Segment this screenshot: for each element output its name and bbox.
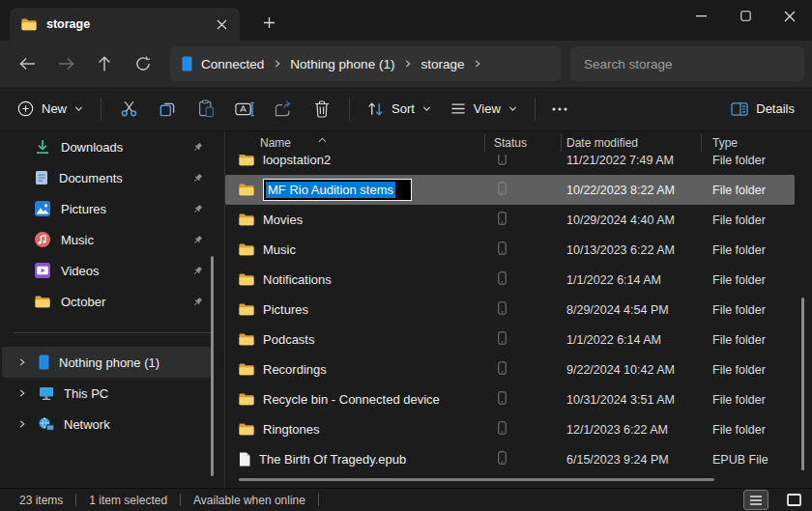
toolbar-divider bbox=[101, 98, 102, 121]
monitor-icon bbox=[39, 386, 54, 401]
minimize-icon[interactable] bbox=[679, 0, 723, 32]
item-count: 23 items bbox=[19, 494, 63, 507]
chevron-right-icon[interactable] bbox=[14, 357, 29, 367]
breadcrumb-storage[interactable]: storage bbox=[420, 57, 464, 71]
sidebar-item-october[interactable]: October bbox=[2, 286, 211, 317]
sidebar-item-nothing-phone[interactable]: Nothing phone (1) bbox=[2, 347, 211, 378]
large-icons-view-icon bbox=[787, 494, 801, 506]
folder-icon bbox=[239, 184, 254, 196]
on-device-status-icon bbox=[498, 391, 507, 405]
column-header-type[interactable]: Type bbox=[702, 134, 795, 152]
search-input[interactable]: Search storage bbox=[570, 46, 804, 81]
on-device-status-icon bbox=[498, 301, 507, 315]
new-button[interactable]: New bbox=[8, 92, 93, 127]
paste-icon bbox=[198, 99, 215, 118]
tab-storage[interactable]: storage bbox=[10, 8, 240, 41]
sort-button[interactable]: Sort bbox=[358, 92, 441, 127]
sidebar-item-label: Downloads bbox=[61, 140, 182, 155]
view-button[interactable]: View bbox=[441, 92, 527, 127]
icons-view-toggle[interactable] bbox=[781, 490, 806, 510]
file-row-selected[interactable]: MF Rio Audition stems 10/22/2023 8:22 AM… bbox=[225, 175, 795, 205]
rename-button[interactable] bbox=[225, 92, 264, 127]
breadcrumb-device[interactable]: Nothing phone (1) bbox=[290, 57, 394, 71]
file-row[interactable]: The Birth Of Tragedy.epub 6/15/2023 9:24… bbox=[225, 444, 795, 474]
folder-icon bbox=[239, 333, 254, 346]
horizontal-scrollbar[interactable] bbox=[239, 478, 714, 481]
file-row[interactable]: Music 10/13/2023 6:22 AM File folder bbox=[225, 235, 795, 265]
file-row[interactable]: Pictures 8/29/2024 4:54 PM File folder bbox=[225, 295, 795, 325]
file-type: File folder bbox=[702, 393, 795, 407]
file-row[interactable]: Podcasts 1/1/2022 6:14 AM File folder bbox=[225, 325, 795, 355]
sidebar-item-downloads[interactable]: Downloads bbox=[2, 131, 211, 162]
share-icon bbox=[275, 100, 293, 117]
file-row[interactable]: Ringtones 12/1/2023 6:22 AM File folder bbox=[225, 414, 795, 444]
sidebar-item-music[interactable]: Music bbox=[2, 224, 211, 255]
file-name: loopstation2 bbox=[263, 155, 331, 167]
file-date: 12/1/2023 6:22 AM bbox=[562, 423, 702, 437]
pin-icon bbox=[192, 204, 203, 214]
column-headers: Name Status Date modified Type bbox=[225, 131, 795, 155]
toolbar-divider bbox=[535, 98, 536, 121]
command-bar: New Sort View bbox=[0, 87, 812, 131]
breadcrumb-connected[interactable]: Connected bbox=[201, 57, 264, 71]
folder-icon bbox=[239, 273, 254, 286]
column-header-status[interactable]: Status bbox=[485, 134, 562, 152]
file-row[interactable]: Recordings 9/22/2024 10:42 AM File folde… bbox=[225, 355, 795, 384]
chevron-right-icon[interactable] bbox=[273, 59, 281, 69]
file-name: Movies bbox=[263, 213, 303, 227]
on-device-status-icon bbox=[498, 212, 507, 225]
file-row[interactable]: loopstation2 11/21/2022 7:49 AM File fol… bbox=[225, 155, 795, 175]
file-row[interactable]: Movies 10/29/2024 4:40 AM File folder bbox=[225, 205, 795, 235]
share-button[interactable] bbox=[264, 92, 303, 127]
search-placeholder: Search storage bbox=[584, 57, 673, 71]
refresh-icon[interactable] bbox=[124, 46, 162, 81]
forward-icon[interactable] bbox=[46, 46, 85, 81]
file-name: Pictures bbox=[263, 302, 308, 317]
rename-input[interactable]: MF Rio Audition stems bbox=[263, 179, 412, 201]
sidebar-scrollbar[interactable] bbox=[211, 256, 214, 476]
file-type: File folder bbox=[702, 213, 795, 227]
maximize-icon[interactable] bbox=[723, 0, 768, 32]
tab-bar: storage bbox=[0, 0, 812, 41]
chevron-down-icon bbox=[508, 104, 517, 113]
new-tab-button[interactable] bbox=[255, 9, 282, 36]
file-type: File folder bbox=[702, 333, 795, 347]
chevron-right-icon[interactable] bbox=[473, 59, 481, 69]
more-options-button[interactable] bbox=[543, 92, 576, 127]
file-name: Recordings bbox=[263, 362, 327, 377]
cut-button[interactable] bbox=[109, 92, 148, 127]
sidebar-item-label: Network bbox=[64, 417, 110, 432]
file-row[interactable]: Recycle bin - Connected device 10/31/202… bbox=[225, 384, 795, 414]
file-row[interactable]: Notifications 1/1/2022 6:14 AM File fold… bbox=[225, 265, 795, 295]
copy-button[interactable] bbox=[148, 92, 187, 127]
sidebar-item-videos[interactable]: Videos bbox=[2, 255, 211, 286]
up-icon[interactable] bbox=[85, 46, 124, 81]
file-explorer-window: storage bbox=[0, 0, 812, 511]
sort-ascending-icon bbox=[318, 131, 327, 148]
file-date: 10/29/2024 4:40 AM bbox=[562, 213, 702, 227]
paste-button[interactable] bbox=[187, 92, 225, 127]
sidebar-item-network[interactable]: Network bbox=[2, 409, 211, 440]
rename-icon bbox=[235, 100, 255, 118]
sidebar-item-label: This PC bbox=[64, 386, 108, 401]
sidebar-item-label: Videos bbox=[61, 264, 182, 278]
details-button[interactable]: Details bbox=[721, 92, 804, 127]
close-icon[interactable] bbox=[768, 0, 812, 32]
sidebar-item-documents[interactable]: Documents bbox=[2, 162, 211, 193]
sidebar-separator bbox=[14, 332, 211, 333]
file-list: Name Status Date modified Type loopstati… bbox=[225, 131, 812, 488]
tab-close-icon[interactable] bbox=[211, 14, 232, 35]
chevron-right-icon[interactable] bbox=[14, 388, 29, 398]
back-icon[interactable] bbox=[8, 46, 46, 81]
pictures-icon bbox=[35, 201, 50, 216]
delete-button[interactable] bbox=[303, 92, 341, 127]
chevron-right-icon[interactable] bbox=[403, 59, 412, 69]
sidebar-item-this-pc[interactable]: This PC bbox=[2, 378, 211, 409]
sidebar-item-pictures[interactable]: Pictures bbox=[2, 193, 211, 224]
column-header-name[interactable]: Name bbox=[225, 134, 485, 152]
file-date: 8/29/2024 4:54 PM bbox=[562, 303, 702, 317]
column-header-date[interactable]: Date modified bbox=[562, 134, 702, 152]
vertical-scrollbar[interactable] bbox=[801, 298, 804, 470]
chevron-right-icon[interactable] bbox=[14, 419, 29, 429]
details-view-toggle[interactable] bbox=[743, 490, 768, 510]
